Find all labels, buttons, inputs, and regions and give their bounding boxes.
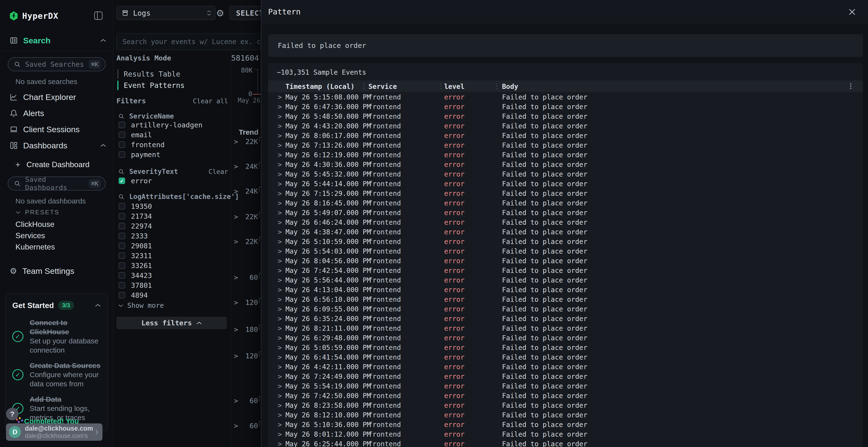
row-expand-chevron-icon[interactable]: >: [278, 411, 282, 419]
checkbox[interactable]: [119, 243, 125, 249]
table-row[interactable]: > May 26 6:12:19.000 PM frontend error F…: [268, 150, 863, 160]
column-resize-handle[interactable]: [440, 83, 441, 84]
expand-chevron-icon[interactable]: >: [234, 213, 238, 221]
pattern-row[interactable]: > 22K: [231, 137, 261, 147]
column-resize-handle[interactable]: [496, 83, 497, 84]
filter-checkbox-row[interactable]: payment: [119, 149, 203, 160]
sidebar-item-chart-explorer[interactable]: Chart Explorer: [10, 92, 106, 102]
row-expand-chevron-icon[interactable]: >: [278, 199, 282, 207]
saved-dashboards-input[interactable]: Saved Dashboards ⌘K: [8, 176, 105, 191]
expand-chevron-icon[interactable]: >: [234, 325, 238, 334]
row-expand-chevron-icon[interactable]: >: [278, 353, 282, 361]
row-expand-chevron-icon[interactable]: >: [278, 238, 282, 246]
saved-searches-input[interactable]: Saved Searches ⌘K: [8, 57, 105, 71]
checkbox[interactable]: [119, 292, 125, 299]
checkbox[interactable]: [119, 151, 125, 158]
chevron-up-icon[interactable]: [95, 304, 101, 307]
row-expand-chevron-icon[interactable]: >: [278, 93, 282, 101]
table-row[interactable]: > May 26 5:56:44.000 PM frontend error F…: [268, 275, 863, 285]
row-expand-chevron-icon[interactable]: >: [278, 421, 282, 429]
table-row[interactable]: > May 26 6:09:55.000 PM frontend error F…: [268, 304, 863, 314]
filter-checkbox-row[interactable]: artillery-loadgen: [119, 120, 203, 130]
table-row[interactable]: > May 26 7:42:50.000 PM frontend error F…: [268, 391, 863, 400]
checkbox-checked[interactable]: ✓: [119, 177, 125, 184]
pattern-row[interactable]: > 22K: [231, 212, 261, 222]
help-button[interactable]: ?: [6, 408, 19, 420]
pattern-row[interactable]: > 24K: [231, 186, 261, 196]
row-expand-chevron-icon[interactable]: >: [278, 305, 282, 313]
checkbox[interactable]: [119, 262, 125, 269]
table-row[interactable]: > May 26 5:10:59.000 PM frontend error F…: [268, 237, 863, 246]
checkbox[interactable]: [119, 252, 125, 259]
mode-event-patterns[interactable]: Event Patterns: [117, 80, 185, 91]
table-row[interactable]: > May 26 5:10:36.000 PM frontend error F…: [268, 419, 863, 429]
table-row[interactable]: > May 26 6:56:10.000 PM frontend error F…: [268, 294, 863, 304]
row-expand-chevron-icon[interactable]: >: [278, 296, 282, 304]
row-expand-chevron-icon[interactable]: >: [278, 161, 282, 169]
get-started-header[interactable]: Get Started 3/3: [12, 301, 101, 310]
table-row[interactable]: > May 26 6:29:48.000 PM frontend error F…: [268, 333, 863, 342]
pattern-row[interactable]: > 60: [231, 272, 261, 282]
table-row[interactable]: > May 26 5:15:08.000 PM frontend error F…: [268, 92, 863, 102]
pattern-row[interactable]: > 60: [231, 396, 261, 406]
checkbox[interactable]: [119, 272, 125, 279]
row-expand-chevron-icon[interactable]: >: [278, 402, 282, 409]
checkbox[interactable]: [119, 282, 125, 288]
table-row[interactable]: > May 26 6:35:24.000 PM frontend error F…: [268, 314, 863, 323]
chevron-up-icon[interactable]: [100, 143, 106, 147]
column-resize-handle[interactable]: [363, 83, 364, 84]
table-row[interactable]: > May 26 8:16:45.000 PM frontend error F…: [268, 198, 863, 208]
checkbox[interactable]: [119, 223, 125, 229]
clear-all-link[interactable]: Clear all: [193, 97, 228, 105]
preset-item[interactable]: Services: [16, 230, 55, 241]
search-icon[interactable]: [118, 113, 124, 119]
source-settings-gear-icon[interactable]: ⚙: [215, 8, 226, 19]
row-expand-chevron-icon[interactable]: >: [278, 180, 282, 188]
table-row[interactable]: > May 26 6:47:36.000 PM frontend error F…: [268, 102, 863, 111]
row-expand-chevron-icon[interactable]: >: [278, 112, 282, 121]
table-row[interactable]: > May 26 5:54:19.000 PM frontend error F…: [268, 381, 863, 391]
table-row[interactable]: > May 26 8:21:11.000 PM frontend error F…: [268, 323, 863, 333]
checkbox[interactable]: [119, 233, 125, 239]
table-row[interactable]: > May 26 8:01:12.000 PM frontend error F…: [268, 429, 863, 439]
pattern-row[interactable]: > 120: [231, 298, 261, 308]
table-row[interactable]: > May 26 5:54:03.000 PM frontend error F…: [268, 246, 863, 256]
row-expand-chevron-icon[interactable]: >: [278, 132, 282, 140]
expand-chevron-icon[interactable]: >: [234, 238, 238, 246]
expand-chevron-icon[interactable]: >: [234, 138, 238, 146]
table-row[interactable]: > May 26 8:12:10.000 PM frontend error F…: [268, 410, 863, 419]
row-expand-chevron-icon[interactable]: >: [278, 363, 282, 371]
row-expand-chevron-icon[interactable]: >: [278, 382, 282, 390]
less-filters-button[interactable]: Less filters: [117, 317, 227, 329]
table-row[interactable]: > May 26 5:45:32.000 PM frontend error F…: [268, 169, 863, 179]
chevron-up-icon[interactable]: [100, 38, 106, 42]
get-started-item[interactable]: ✓ Create Data Sources Configure where yo…: [12, 361, 101, 388]
expand-chevron-icon[interactable]: >: [234, 162, 238, 171]
table-row[interactable]: > May 26 6:46:24.000 PM frontend error F…: [268, 217, 863, 227]
clear-link[interactable]: Clear: [209, 168, 228, 175]
table-row[interactable]: > May 26 7:13:26.000 PM frontend error F…: [268, 140, 863, 150]
search-icon[interactable]: [118, 169, 124, 175]
table-row[interactable]: > May 26 8:04:56.000 PM frontend error F…: [268, 256, 863, 265]
create-dashboard-button[interactable]: + Create Dashboard: [16, 160, 89, 169]
table-row[interactable]: > May 26 5:49:07.000 PM frontend error F…: [268, 208, 863, 217]
col-header-timestamp[interactable]: Timestamp (Local): [285, 82, 355, 91]
table-row[interactable]: > May 26 4:43:20.000 PM frontend error F…: [268, 121, 863, 131]
row-expand-chevron-icon[interactable]: >: [278, 103, 282, 111]
col-header-service[interactable]: Service: [368, 82, 397, 91]
sidebar-item-search[interactable]: Search: [10, 35, 106, 46]
pattern-row[interactable]: > 24K: [231, 161, 261, 171]
row-expand-chevron-icon[interactable]: >: [278, 257, 282, 265]
checkbox[interactable]: [119, 122, 125, 128]
table-row[interactable]: > May 26 4:30:36.000 PM frontend error F…: [268, 160, 863, 169]
filter-checkbox-row[interactable]: 2333: [119, 231, 152, 241]
table-row[interactable]: > May 26 8:23:58.000 PM frontend error F…: [268, 400, 863, 410]
filter-checkbox-row[interactable]: 34423: [119, 271, 152, 280]
row-expand-chevron-icon[interactable]: >: [278, 315, 282, 323]
expand-chevron-icon[interactable]: >: [234, 422, 238, 430]
row-expand-chevron-icon[interactable]: >: [278, 276, 282, 284]
filter-checkbox-row[interactable]: 19350: [119, 201, 152, 211]
filter-checkbox-row[interactable]: 29081: [119, 241, 152, 251]
filter-checkbox-row[interactable]: 4894: [119, 290, 152, 300]
row-expand-chevron-icon[interactable]: >: [278, 228, 282, 236]
